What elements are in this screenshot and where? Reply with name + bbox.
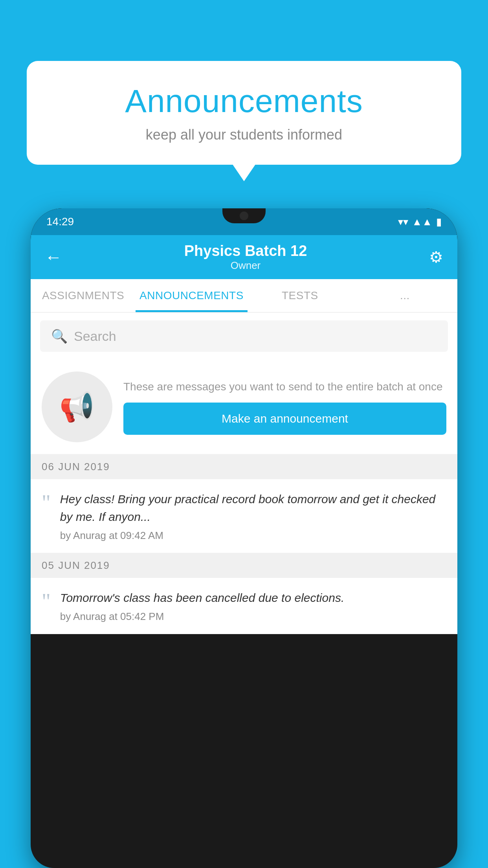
announcement-content-1: Hey class! Bring your practical record b… bbox=[60, 490, 446, 542]
tab-tests[interactable]: TESTS bbox=[248, 279, 352, 312]
tab-assignments[interactable]: ASSIGNMENTS bbox=[31, 279, 136, 312]
announcement-item-2: " Tomorrow's class has been cancelled du… bbox=[31, 578, 457, 634]
search-icon: 🔍 bbox=[51, 328, 68, 344]
notch-camera bbox=[240, 211, 248, 220]
app-bar-title: Physics Batch 12 bbox=[62, 243, 429, 259]
app-bar-center: Physics Batch 12 Owner bbox=[62, 243, 429, 272]
announcement-text-1: Hey class! Bring your practical record b… bbox=[60, 490, 446, 526]
notch bbox=[222, 208, 266, 223]
status-time: 14:29 bbox=[46, 215, 74, 228]
status-bar: 14:29 ▾▾ ▲▲ ▮ bbox=[31, 208, 457, 235]
search-bar-container: 🔍 Search bbox=[31, 313, 457, 360]
make-announcement-button[interactable]: Make an announcement bbox=[123, 403, 446, 435]
app-bar-subtitle: Owner bbox=[62, 259, 429, 272]
announcement-promo-right: These are messages you want to send to t… bbox=[123, 379, 446, 434]
megaphone-icon: 📢 bbox=[59, 390, 95, 424]
status-icons: ▾▾ ▲▲ ▮ bbox=[398, 216, 442, 228]
phone-frame: 14:29 ▾▾ ▲▲ ▮ ← Physics Batch 12 Owner ⚙ bbox=[31, 208, 457, 868]
tab-announcements[interactable]: ANNOUNCEMENTS bbox=[136, 279, 248, 312]
announcement-item-1: " Hey class! Bring your practical record… bbox=[31, 479, 457, 553]
announcement-meta-1: by Anurag at 09:42 AM bbox=[60, 530, 446, 542]
speech-bubble-title: Announcements bbox=[50, 83, 438, 120]
tab-more[interactable]: ... bbox=[352, 279, 457, 312]
quote-icon-2: " bbox=[42, 590, 51, 612]
phone-screen: 14:29 ▾▾ ▲▲ ▮ ← Physics Batch 12 Owner ⚙ bbox=[31, 208, 457, 868]
announcement-content-2: Tomorrow's class has been cancelled due … bbox=[60, 589, 446, 623]
search-bar[interactable]: 🔍 Search bbox=[40, 320, 448, 352]
speech-bubble-section: Announcements keep all your students inf… bbox=[27, 61, 461, 165]
tabs-container: ASSIGNMENTS ANNOUNCEMENTS TESTS ... bbox=[31, 279, 457, 313]
back-button[interactable]: ← bbox=[45, 247, 62, 267]
announcement-text-2: Tomorrow's class has been cancelled due … bbox=[60, 589, 446, 607]
announcement-promo-text: These are messages you want to send to t… bbox=[123, 379, 446, 394]
app-bar: ← Physics Batch 12 Owner ⚙ bbox=[31, 235, 457, 279]
battery-icon: ▮ bbox=[436, 216, 442, 228]
search-placeholder: Search bbox=[74, 329, 116, 344]
announcement-icon-circle: 📢 bbox=[42, 371, 112, 442]
wifi-icon: ▾▾ bbox=[398, 216, 408, 228]
announcement-meta-2: by Anurag at 05:42 PM bbox=[60, 611, 446, 623]
signal-icon: ▲▲ bbox=[412, 216, 432, 228]
speech-bubble: Announcements keep all your students inf… bbox=[27, 61, 461, 165]
settings-icon[interactable]: ⚙ bbox=[429, 248, 443, 266]
date-separator-1: 06 JUN 2019 bbox=[31, 454, 457, 479]
screen-body: 14:29 ▾▾ ▲▲ ▮ ← Physics Batch 12 Owner ⚙ bbox=[31, 208, 457, 868]
announcement-promo: 📢 These are messages you want to send to… bbox=[31, 360, 457, 454]
date-separator-2: 05 JUN 2019 bbox=[31, 553, 457, 578]
quote-icon-1: " bbox=[42, 492, 51, 514]
speech-bubble-subtitle: keep all your students informed bbox=[50, 127, 438, 143]
